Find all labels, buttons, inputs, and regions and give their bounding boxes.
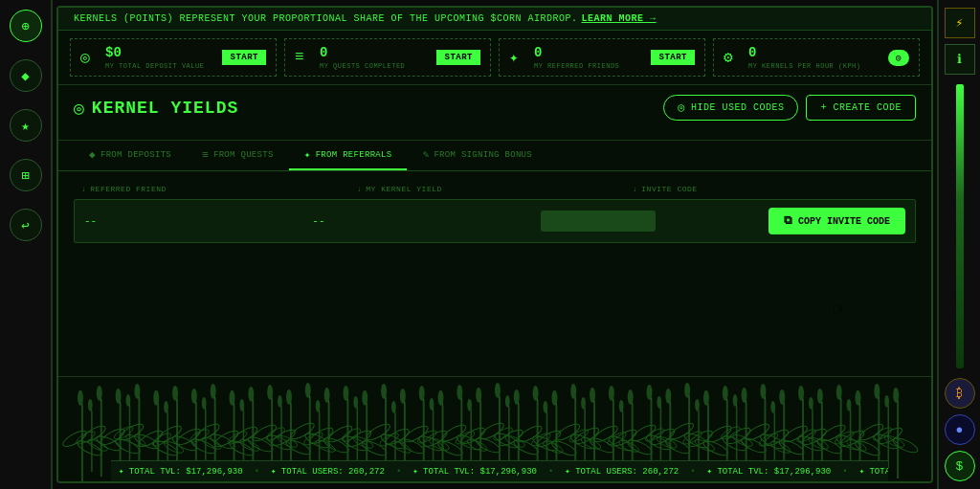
ticker-item-6: ✦ TOTAL USERS: 260,272 (852, 466, 888, 477)
sidebar-right-lightning[interactable]: ⚡ (945, 8, 975, 38)
ticker-sep-4: • (686, 467, 699, 477)
referrals-value: 0 (534, 45, 645, 60)
stat-card-deposit: ◎ $0 MY TOTAL DEPOSIT VALUE START (70, 38, 277, 77)
sidebar-icon-back[interactable]: ↩ (10, 209, 42, 241)
referrals-icon: ✦ (509, 48, 528, 67)
deposit-value: $0 (105, 45, 216, 60)
deposit-label: MY TOTAL DEPOSIT VALUE (105, 62, 216, 70)
stat-card-kph: ⚙ 0 MY KERNELS PER HOUR (KPH) ◎ (713, 38, 920, 77)
referrals-tab-label: FROM REFERRALS (316, 150, 392, 160)
table-header: ↓ REFERRED FRIEND ↓ MY KERNEL YIELD ↓ IN… (74, 179, 916, 199)
sidebar-right-info[interactable]: ℹ (945, 44, 975, 75)
kph-start-btn[interactable]: ◎ (888, 50, 909, 66)
referrals-label: MY REFERRED FRIENDS (534, 62, 645, 70)
arrow-icon-1: ↓ (81, 185, 86, 193)
top-banner: KERNELS (POINTS) REPRESENT YOUR PROPORTI… (58, 8, 931, 31)
tabs-row: ◆ FROM DEPOSITS ≡ FROM QUESTS ✦ FROM REF… (58, 141, 931, 171)
arrow-icon-2: ↓ (357, 185, 362, 193)
kph-label: MY KERNELS PER HOUR (KPH) (748, 62, 882, 70)
stat-info-kph: 0 MY KERNELS PER HOUR (KPH) (748, 45, 882, 70)
quests-tab-label: FROM QUESTS (213, 150, 274, 160)
sidebar-right-dollar[interactable]: $ (945, 451, 975, 481)
ticker-item-5: ✦ TOTAL TVL: $17,296,930 (700, 466, 839, 477)
ticker-sep-1: • (251, 467, 263, 477)
sidebar-right-bitcoin[interactable]: ₿ (945, 378, 975, 409)
create-code-btn[interactable]: + CREATE CODE (806, 95, 916, 121)
kph-value: 0 (748, 45, 882, 60)
ticker-sep-2: • (392, 467, 405, 477)
svg-line-3 (65, 382, 68, 396)
tab-from-deposits[interactable]: ◆ FROM DEPOSITS (74, 141, 187, 170)
table-row: -- -- ⧉ COPY INVITE CODE (74, 199, 916, 243)
kernel-title: KERNEL YIELDS (92, 99, 238, 118)
sidebar-right-circle[interactable]: ● (945, 414, 975, 445)
stat-card-referrals: ✦ 0 MY REFERRED FRIENDS START (499, 38, 705, 77)
bottom-ticker: ✦ TOTAL TVL: $17,296,930 • ✦ TOTAL USERS… (111, 460, 888, 481)
left-sidebar: ⊕ ◆ ★ ⊞ ↩ (0, 0, 53, 489)
stat-card-quests: ≡ 0 MY QUESTS COMPLETED START (284, 38, 491, 77)
ticker-sep-5: • (838, 467, 851, 477)
signing-tab-icon: ✎ (422, 148, 429, 161)
ticker-sep-3: • (545, 467, 557, 477)
quests-tab-icon: ≡ (202, 149, 209, 161)
table-section: ↓ REFERRED FRIEND ↓ MY KERNEL YIELD ↓ IN… (58, 171, 931, 376)
td-kernel-yield: -- (312, 215, 540, 227)
sidebar-icon-grid[interactable]: ⊞ (10, 159, 42, 191)
stats-row: ◎ $0 MY TOTAL DEPOSIT VALUE START ≡ 0 MY… (58, 31, 931, 85)
svg-point-4 (63, 381, 69, 396)
td-referred-friend: -- (84, 215, 312, 227)
th-referred-friend: ↓ REFERRED FRIEND (81, 185, 357, 193)
tab-from-quests[interactable]: ≡ FROM QUESTS (187, 141, 289, 170)
learn-more-link[interactable]: LEARN MORE → (582, 13, 657, 24)
deposits-tab-icon: ◆ (89, 148, 96, 161)
ticker-item-4: ✦ TOTAL USERS: 260,272 (557, 466, 686, 477)
kph-icon: ⚙ (724, 48, 743, 67)
referrals-start-btn[interactable]: START (651, 50, 695, 65)
th-kernel-yield: ↓ MY KERNEL YIELD (357, 185, 633, 193)
sidebar-icon-target[interactable]: ⊕ (10, 10, 42, 42)
deposit-icon: ◎ (80, 48, 100, 67)
copy-icon: ⧉ (784, 214, 792, 228)
quests-value: 0 (320, 45, 431, 60)
td-invite-code (541, 211, 768, 232)
app-container: ⊕ ◆ ★ ⊞ ↩ KERNELS (POINTS) REPRESENT YOU… (0, 0, 980, 489)
deposits-tab-label: FROM DEPOSITS (100, 150, 171, 160)
signing-tab-label: FROM SIGNING BONUS (434, 150, 532, 160)
stat-info-quests: 0 MY QUESTS COMPLETED (320, 45, 431, 70)
copy-invite-code-btn[interactable]: ⧉ COPY INVITE CODE (768, 208, 905, 234)
quests-icon: ≡ (295, 49, 314, 66)
stat-info-referrals: 0 MY REFERRED FRIENDS (534, 45, 645, 70)
tab-from-signing-bonus[interactable]: ✎ FROM SIGNING BONUS (407, 141, 547, 170)
kernel-title-wrap: ◎ KERNEL YIELDS (74, 98, 238, 119)
referrals-tab-icon: ✦ (304, 148, 311, 161)
stat-info-deposit: $0 MY TOTAL DEPOSIT VALUE (105, 45, 216, 70)
ticker-item-3: ✦ TOTAL TVL: $17,296,930 (405, 466, 545, 477)
arrow-icon-3: ↓ (633, 185, 637, 193)
hide-used-codes-btn[interactable]: HIDE USED CODES (663, 95, 798, 121)
banner-text: KERNELS (POINTS) REPRESENT YOUR PROPORTI… (74, 13, 578, 24)
kernel-icon: ◎ (74, 98, 84, 119)
quests-label: MY QUESTS COMPLETED (320, 62, 431, 70)
tab-from-referrals[interactable]: ✦ FROM REFERRALS (289, 141, 408, 170)
ticker-item-1: ✦ TOTAL TVL: $17,296,930 (111, 466, 251, 477)
green-bar (956, 84, 964, 368)
kernel-header: ◎ KERNEL YIELDS HIDE USED CODES + CREATE… (74, 95, 916, 121)
right-sidebar: ⚡ ℹ ₿ ● $ (937, 0, 980, 489)
ticker-item-2: ✦ TOTAL USERS: 260,272 (263, 466, 392, 477)
quests-start-btn[interactable]: START (436, 50, 480, 65)
main-content: KERNELS (POINTS) REPRESENT YOUR PROPORTI… (56, 6, 933, 483)
deposit-start-btn[interactable]: START (222, 50, 266, 65)
kernel-section: ◎ KERNEL YIELDS HIDE USED CODES + CREATE… (58, 85, 931, 141)
sidebar-icon-star[interactable]: ★ (10, 109, 42, 142)
ticker-content: ✦ TOTAL TVL: $17,296,930 • ✦ TOTAL USERS… (111, 466, 888, 477)
th-invite-code: ↓ INVITE CODE (633, 185, 908, 193)
invite-code-block (541, 211, 656, 232)
sidebar-icon-diamond[interactable]: ◆ (10, 59, 42, 92)
svg-point-1 (58, 418, 75, 439)
header-buttons: HIDE USED CODES + CREATE CODE (663, 95, 916, 121)
